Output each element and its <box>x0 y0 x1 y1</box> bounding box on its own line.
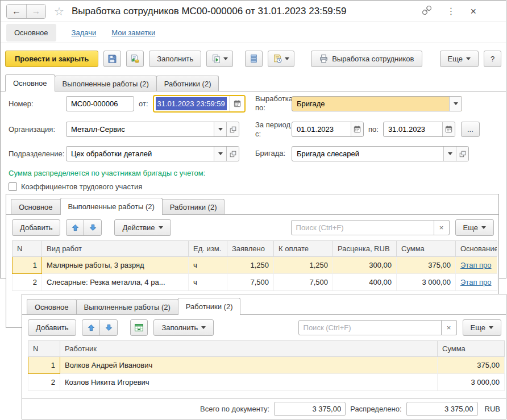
tab-main[interactable]: Основное <box>5 74 55 92</box>
cell-rate[interactable]: 300,00 <box>333 257 397 274</box>
more-button[interactable]: Еще <box>463 319 501 336</box>
back-button[interactable]: ← <box>7 5 26 18</box>
close-icon[interactable]: × <box>470 6 476 16</box>
tab-workers[interactable]: Работники (2) <box>156 76 219 91</box>
print-report-button[interactable]: Выработка сотрудников <box>311 51 422 67</box>
register-records-button[interactable] <box>245 51 263 67</box>
cell-n[interactable]: 2 <box>13 274 42 291</box>
cell-amount[interactable]: 3 000,00 <box>397 274 456 291</box>
add-row-button[interactable]: Добавить <box>28 319 76 336</box>
move-down-button[interactable] <box>99 319 118 336</box>
search-input[interactable] <box>298 320 442 335</box>
col-payable[interactable]: К оплате <box>274 241 333 257</box>
pick-workers-button[interactable] <box>130 319 148 336</box>
tab-workers[interactable]: Работники (2) <box>162 199 225 214</box>
cell-work[interactable]: Малярные работы, 3 разряд <box>42 257 189 274</box>
open-button[interactable] <box>456 147 468 161</box>
copy-fill-dropdown-button[interactable] <box>206 51 233 67</box>
checkbox-ktu[interactable]: Коэффициентов трудового участия <box>9 182 500 191</box>
forward-button[interactable]: → <box>26 5 45 18</box>
cell-n[interactable]: 2 <box>28 374 60 391</box>
cell-amount[interactable]: 375,00 <box>397 257 456 274</box>
table-row[interactable]: 1 Волков Андрей Иванович 375,00 <box>28 357 505 374</box>
col-declared[interactable]: Заявлено <box>227 241 274 257</box>
period-from-input[interactable]: 01.01.2023 <box>292 122 364 137</box>
tab-main[interactable]: Основное <box>27 299 77 314</box>
checkbox-box[interactable] <box>9 182 17 191</box>
tab-workers[interactable]: Работники (2) <box>178 298 241 315</box>
more-button[interactable]: Еще <box>455 219 494 236</box>
cell-amount[interactable]: 375,00 <box>438 357 505 374</box>
calendar-button[interactable] <box>230 96 244 111</box>
add-row-button[interactable]: Добавить <box>12 219 60 236</box>
period-choice-button[interactable]: ... <box>461 122 480 137</box>
cell-work[interactable]: Слесарные: Резка металла, 4 ра... <box>42 274 189 291</box>
table-row[interactable]: 1 Малярные работы, 3 разряд ч 1,250 1,25… <box>13 257 497 274</box>
tab-works[interactable]: Выполненные работы (2) <box>76 299 178 314</box>
nav-tab-tasks[interactable]: Задачи <box>72 28 97 37</box>
dropdown-button[interactable] <box>449 97 462 111</box>
search-input[interactable] <box>291 220 434 235</box>
post-and-close-button[interactable]: Провести и закрыть <box>5 51 98 67</box>
col-worker[interactable]: Работник <box>60 341 438 357</box>
cell-unit[interactable]: ч <box>189 257 227 274</box>
cell-declared[interactable]: 7,500 <box>227 274 274 291</box>
cell-payable[interactable]: 1,250 <box>274 257 333 274</box>
col-unit[interactable]: Ед. изм. <box>189 241 227 257</box>
basis-link[interactable]: Этап про <box>460 278 492 286</box>
cell-rate[interactable]: 400,00 <box>333 274 397 291</box>
document-total-value[interactable] <box>274 402 346 416</box>
save-button[interactable] <box>103 51 121 67</box>
link-icon[interactable] <box>422 6 431 16</box>
tab-works[interactable]: Выполненные работы (2) <box>60 198 163 215</box>
cell-worker[interactable]: Козлов Никита Игоревич <box>60 374 438 391</box>
post-document-button[interactable] <box>126 51 144 67</box>
fill-button[interactable]: Заполнить <box>149 51 201 67</box>
cell-payable[interactable]: 7,500 <box>274 274 333 291</box>
menu-dots-icon[interactable]: ⋮ <box>446 7 455 16</box>
help-button[interactable]: ? <box>484 51 501 67</box>
department-select[interactable]: Цех обработки деталей <box>66 146 239 161</box>
col-amount[interactable]: Сумма <box>438 341 505 357</box>
output-by-select[interactable]: Бригаде <box>292 96 462 111</box>
organization-select[interactable]: Металл-Сервис <box>66 122 239 137</box>
col-rate[interactable]: Расценка, RUB <box>333 241 397 257</box>
cell-declared[interactable]: 1,250 <box>227 257 274 274</box>
cell-unit[interactable]: ч <box>189 274 227 291</box>
tab-works[interactable]: Выполненные работы (2) <box>55 76 157 91</box>
cell-amount[interactable]: 3 000,00 <box>438 374 505 391</box>
cell-n[interactable]: 1 <box>13 257 42 274</box>
move-up-button[interactable] <box>66 219 84 236</box>
brigade-select[interactable]: Бригада слесарей <box>292 146 469 161</box>
number-input[interactable] <box>66 96 134 111</box>
col-n[interactable]: N <box>13 241 42 257</box>
table-row[interactable]: 2 Слесарные: Резка металла, 4 ра... ч 7,… <box>13 274 497 291</box>
cell-worker[interactable]: Волков Андрей Иванович <box>60 357 438 374</box>
col-work[interactable]: Вид работ <box>42 241 189 257</box>
dropdown-button[interactable] <box>214 147 226 161</box>
favorite-star-icon[interactable]: ☆ <box>54 6 64 17</box>
calendar-button[interactable] <box>442 122 455 136</box>
distributed-value[interactable] <box>406 402 478 416</box>
nav-tab-main[interactable]: Основное <box>6 24 56 41</box>
cell-n[interactable]: 1 <box>28 357 60 374</box>
document-history-dropdown-button[interactable] <box>268 51 294 67</box>
date-input[interactable]: 31.01.2023 23:59:59 <box>153 95 246 113</box>
col-amount[interactable]: Сумма <box>397 241 456 257</box>
col-basis[interactable]: Основание <box>456 241 497 257</box>
dropdown-button[interactable] <box>443 147 456 161</box>
action-dropdown-button[interactable]: Действие <box>114 219 171 236</box>
move-down-button[interactable] <box>84 219 102 236</box>
basis-link[interactable]: Этап про <box>460 261 492 269</box>
clear-search-button[interactable]: × <box>434 220 450 235</box>
clear-search-button[interactable]: × <box>442 320 457 335</box>
tab-main[interactable]: Основное <box>11 199 61 214</box>
move-up-button[interactable] <box>82 319 100 336</box>
fill-dropdown-button[interactable]: Заполнить <box>153 319 214 336</box>
open-button[interactable] <box>226 147 239 161</box>
calendar-button[interactable] <box>351 122 363 136</box>
dropdown-button[interactable] <box>214 122 226 136</box>
more-button[interactable]: Еще <box>440 51 479 67</box>
open-button[interactable] <box>226 122 239 136</box>
col-n[interactable]: N <box>28 341 60 357</box>
